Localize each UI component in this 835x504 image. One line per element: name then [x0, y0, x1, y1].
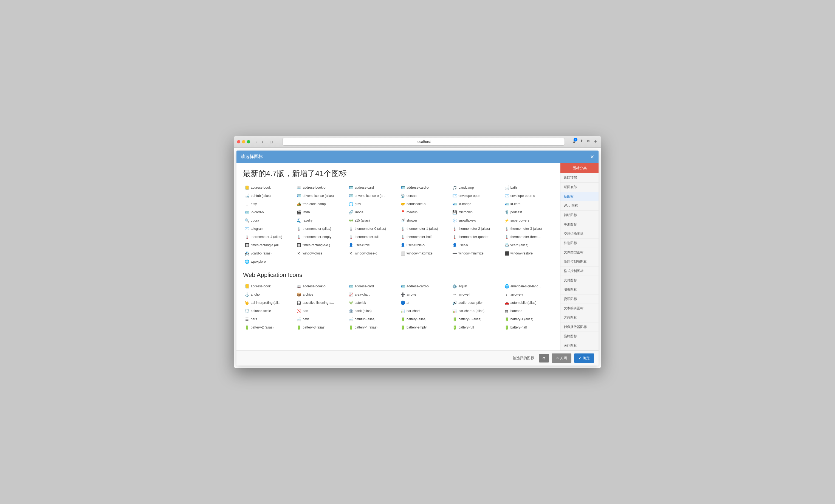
back-button[interactable]: ‹ [254, 139, 259, 145]
icon-item[interactable]: 🛁bathtub (alias) [347, 316, 398, 322]
icon-item[interactable]: ⬛window-restore [503, 250, 553, 257]
icon-item[interactable]: 🪪address-card [347, 184, 398, 191]
icon-item[interactable]: 📇vcard-o (alias) [243, 250, 294, 257]
sidebar-nav-item-5[interactable]: 手形图标 [561, 220, 598, 229]
copy-icon[interactable]: ⧉ [587, 139, 590, 145]
icon-item[interactable]: ✉️envelope-open-o [503, 192, 553, 199]
icon-item[interactable]: ▦barcode [503, 308, 553, 314]
icon-item[interactable]: ➕arrows [399, 291, 450, 298]
icon-item[interactable]: ☰bars [243, 316, 294, 322]
icon-item[interactable]: 🎧assistive-listening-s... [295, 299, 346, 306]
icon-item[interactable]: 🤟asl-interpreting (ali... [243, 299, 294, 306]
category-button[interactable]: 图标分类 [561, 163, 598, 173]
icon-item[interactable]: 🔲times-rectangle (ali... [243, 242, 294, 248]
icon-item[interactable]: 🔋battery (alias) [399, 316, 450, 322]
icon-item[interactable]: ✕window-close [295, 250, 346, 257]
icon-item[interactable]: 🌡️thermometer-3 (alias) [503, 225, 553, 232]
sidebar-toggle-button[interactable]: ⊟ [268, 139, 274, 145]
icon-item[interactable]: 🪪id-card-o [243, 209, 294, 215]
icon-item[interactable]: 📊bar-chart-o (alias) [451, 308, 502, 314]
icon-item[interactable]: 🏕️free-code-camp [295, 201, 346, 207]
icon-item[interactable]: 📖address-book-o [295, 184, 346, 191]
sidebar-nav-item-6[interactable]: 交通运输图标 [561, 229, 598, 238]
icon-item[interactable]: ❄️snowflake-o [451, 217, 502, 224]
icon-item[interactable]: 🌊ravelry [295, 217, 346, 224]
icon-item[interactable]: 🌐wpexplorer [243, 258, 294, 265]
sidebar-nav-item-8[interactable]: 文件类型图标 [561, 248, 598, 257]
sidebar-nav-item-0[interactable]: 返回顶部 [561, 173, 598, 183]
sidebar-nav-item-15[interactable]: 方向图标 [561, 313, 598, 322]
icon-item[interactable]: 🌡️thermometer-full [347, 234, 398, 240]
maximize-traffic-light[interactable] [247, 140, 250, 143]
icon-item[interactable]: 🌐american-sign-lang... [503, 283, 553, 290]
icon-item[interactable]: ✳️asterisk [347, 299, 398, 306]
icon-item[interactable]: 🪪id-card [503, 201, 553, 207]
icon-item[interactable]: 🔋battery-0 (alias) [451, 316, 502, 322]
icon-item[interactable]: ✳️s15 (alias) [347, 217, 398, 224]
icon-item[interactable]: 🔋battery-empty [399, 324, 450, 331]
icon-item[interactable]: ⚓anchor [243, 291, 294, 298]
icon-item[interactable]: ⚖️balance-scale [243, 308, 294, 314]
icon-item[interactable]: ⚙️adjust [451, 283, 502, 290]
confirm-button[interactable]: ✓ 确定 [574, 354, 594, 363]
sidebar-nav-item-18[interactable]: 医疗图标 [561, 341, 598, 351]
icon-item[interactable]: 🏦bank (alias) [347, 308, 398, 314]
sidebar-nav-item-12[interactable]: 图表图标 [561, 285, 598, 294]
icon-item[interactable]: 🔊audio-description [451, 299, 502, 306]
sidebar-nav-item-11[interactable]: 支付图标 [561, 276, 598, 285]
icon-item[interactable]: 👤user-circle [347, 242, 398, 248]
icon-item[interactable]: 🪪drivers-license-o (a... [347, 192, 398, 199]
sidebar-nav-item-2[interactable]: 新图标 [561, 192, 598, 201]
icon-item[interactable]: 👤user-o [451, 242, 502, 248]
icon-item[interactable]: 🚫ban [295, 308, 346, 314]
icon-item[interactable]: 🪪address-card [347, 283, 398, 290]
icon-item[interactable]: ✕window-close-o [347, 250, 398, 257]
sidebar-nav-item-10[interactable]: 格式控制图标 [561, 267, 598, 276]
sidebar-nav-item-1[interactable]: 返回底部 [561, 183, 598, 192]
sidebar-nav-item-17[interactable]: 品牌图标 [561, 332, 598, 341]
minimize-traffic-light[interactable] [242, 140, 245, 143]
close-traffic-light[interactable] [237, 140, 240, 143]
icon-item[interactable]: 🔍quora [243, 217, 294, 224]
icon-item[interactable]: ✉️envelope-open [451, 192, 502, 199]
icon-item[interactable]: 📖address-book-o [295, 283, 346, 290]
icon-item[interactable]: ⚡superpowers [503, 217, 553, 224]
icon-item[interactable]: 🔗linode [347, 209, 398, 215]
icon-item[interactable]: Εetsy [243, 201, 294, 207]
icon-item[interactable]: 🛁bahtub (alias) [243, 192, 294, 199]
icon-item[interactable]: 🚗automobile (alias) [503, 299, 553, 306]
icon-item[interactable]: 🌡️thermometer-2 (alias) [451, 225, 502, 232]
icon-item[interactable]: 📍meetup [399, 209, 450, 215]
url-bar[interactable]: localhost [282, 138, 565, 146]
icon-item[interactable]: 🎬imdb [295, 209, 346, 215]
icon-item[interactable]: 🤝handshake-o [399, 201, 450, 207]
icon-item[interactable]: 📒address-book [243, 184, 294, 191]
icon-item[interactable]: 👤user-circle-o [399, 242, 450, 248]
icon-item[interactable]: ↔️arrows-h [451, 291, 502, 298]
sidebar-nav-item-7[interactable]: 性别图标 [561, 238, 598, 248]
icon-item[interactable]: 🚿shower [399, 217, 450, 224]
icon-item[interactable]: 🛁bath [295, 316, 346, 322]
icon-item[interactable]: 🔲times-rectangle-o (... [295, 242, 346, 248]
icon-item[interactable]: 📈area-chart [347, 291, 398, 298]
icon-item[interactable]: 🪪drivers-license (alias) [295, 192, 346, 199]
sidebar-nav-item-16[interactable]: 影像播放器图标 [561, 322, 598, 332]
icon-item[interactable]: 🔋battery-3 (alias) [295, 324, 346, 331]
icon-item[interactable]: 🎙️podcast [503, 209, 553, 215]
icon-item[interactable]: 📊bar-chart [399, 308, 450, 314]
icon-item[interactable]: ✉️telegram [243, 225, 294, 232]
icon-item[interactable]: 🌡️thermometer-0 (alias) [347, 225, 398, 232]
icon-item[interactable]: 🌐grav [347, 201, 398, 207]
close-button[interactable]: ✕ 关闭 [552, 354, 572, 363]
sidebar-nav-item-13[interactable]: 货币图标 [561, 294, 598, 304]
sidebar-nav-item-9[interactable]: 微调控制项图标 [561, 257, 598, 267]
icon-item[interactable]: 📇vcard (alias) [503, 242, 553, 248]
sidebar-nav-item-14[interactable]: 文本编辑图标 [561, 304, 598, 313]
forward-button[interactable]: › [260, 139, 265, 145]
icon-item[interactable]: 📒address-book [243, 283, 294, 290]
icon-item[interactable]: 🔵at [399, 299, 450, 306]
icon-item[interactable]: 🌡️thermometer-three-... [503, 234, 553, 240]
icon-item[interactable]: ↕️arrows-v [503, 291, 553, 298]
icon-item[interactable]: 🪪address-card-o [399, 184, 450, 191]
icon-item[interactable]: ⬜window-maximize [399, 250, 450, 257]
